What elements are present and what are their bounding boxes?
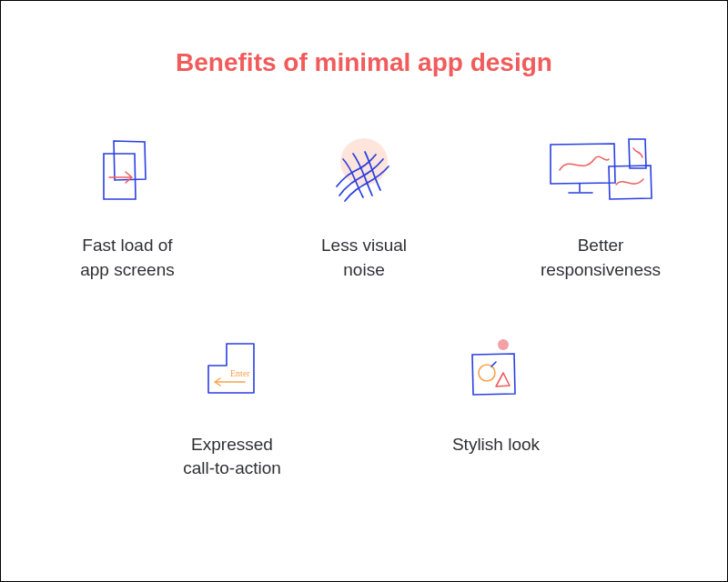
benefits-row-2: Enter Expressed call-to-action [150,328,578,481]
svg-point-2 [479,365,495,381]
benefit-fast-load: Fast load of app screens [46,129,209,282]
svg-point-1 [498,339,509,350]
diagram-page: Benefits of minimal app design Fast load… [1,1,727,581]
benefits-row-1: Fast load of app screens Less visual noi [46,129,682,282]
page-title: Benefits of minimal app design [176,46,552,79]
enter-text: Enter [230,368,250,378]
benefit-label: Expressed call-to-action [183,433,281,481]
benefit-label: Stylish look [452,433,540,457]
scribble-icon [323,129,405,216]
devices-icon [541,129,660,216]
benefit-label: Less visual noise [321,234,407,282]
benefit-label: Better responsiveness [541,234,661,282]
benefit-label: Fast load of app screens [80,234,175,282]
benefit-less-noise: Less visual noise [282,129,446,282]
benefit-stylish: Stylish look [414,328,578,481]
shapes-icon [460,328,532,415]
enter-key-icon: Enter [196,328,268,415]
screens-icon [89,129,167,216]
benefit-cta: Enter Expressed call-to-action [150,328,314,481]
benefit-responsiveness: Better responsiveness [519,129,682,282]
